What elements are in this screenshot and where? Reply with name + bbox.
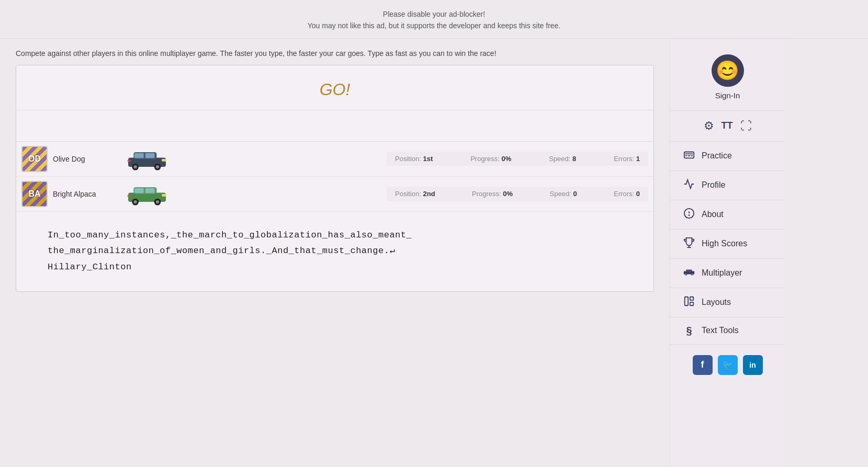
multiplayer-icon (683, 266, 695, 280)
svg-rect-39 (685, 297, 688, 306)
social-section: f 🐦 in (693, 345, 763, 385)
stat-errors-od: Errors: 1 (614, 155, 640, 163)
svg-rect-18 (162, 194, 167, 197)
right-sidebar: 😊 Sign-In ⚙ TT ⛶ (670, 39, 785, 467)
svg-rect-19 (127, 195, 130, 197)
profile-icon (683, 178, 695, 192)
ad-banner-line2: You may not like this ad, but it support… (10, 20, 858, 31)
sidebar-item-label-layouts: Layouts (702, 298, 731, 307)
table-row: OD Olive Dog (16, 142, 653, 177)
svg-point-15 (133, 200, 137, 203)
sidebar-item-profile[interactable]: Profile (670, 171, 785, 200)
settings-icon[interactable]: ⚙ (704, 119, 714, 133)
player-stats-ba: Position: 2nd Progress: 0% Speed: 0 Erro… (387, 187, 648, 201)
game-description: Compete against other players in this on… (16, 49, 654, 58)
svg-rect-34 (686, 269, 692, 271)
svg-rect-13 (145, 188, 155, 193)
car-icon-od (126, 147, 168, 170)
facebook-icon: f (701, 359, 704, 370)
twitter-button[interactable]: 🐦 (718, 355, 738, 375)
car-container-od (121, 147, 381, 170)
go-label: GO! (16, 65, 653, 110)
layouts-icon (683, 295, 695, 310)
stat-position-od: Position: 1st (395, 155, 433, 163)
ad-banner-line1: Please disable your ad-blocker! (10, 8, 858, 20)
text-tools-icon: § (683, 325, 695, 337)
center-content: Compete against other players in this on… (0, 39, 670, 467)
race-track (16, 110, 653, 142)
player-name-ba: Bright Alpaca (53, 190, 116, 198)
trophy-icon (683, 237, 695, 251)
svg-rect-41 (690, 302, 693, 305)
car-container-ba (121, 182, 381, 206)
stat-progress-od: Progress: 0% (470, 155, 511, 163)
avatar-ba: BA (21, 181, 48, 207)
nav-items: Practice Profile About (670, 142, 785, 345)
toolbar-section: ⚙ TT ⛶ (670, 111, 785, 142)
game-area: GO! OD Olive Dog (16, 65, 654, 292)
svg-rect-40 (690, 297, 693, 300)
sidebar-item-label-about: About (702, 210, 724, 219)
avatar-initials-ba: BA (28, 189, 40, 199)
sidebar-item-multiplayer[interactable]: Multiplayer (670, 259, 785, 288)
svg-point-38 (692, 274, 693, 275)
typing-area[interactable]: In_too_many_instances,_the_march_to_glob… (16, 212, 653, 291)
svg-point-36 (685, 274, 686, 275)
stat-position-ba: Position: 2nd (395, 190, 435, 198)
linkedin-button[interactable]: in (743, 355, 763, 375)
avatar-od: OD (21, 146, 48, 172)
svg-rect-9 (127, 160, 130, 162)
twitter-icon: 🐦 (723, 360, 733, 370)
keyboard-icon (683, 149, 695, 163)
sign-in-section[interactable]: 😊 Sign-In (670, 49, 785, 111)
table-row: BA Bright Alpaca (16, 177, 653, 212)
typing-line2: the_marginalization_of_women_and_girls._… (48, 243, 622, 259)
svg-rect-2 (134, 153, 144, 158)
sidebar-item-layouts[interactable]: Layouts (670, 288, 785, 317)
typing-line3: Hillary_Clinton (48, 259, 622, 276)
avatar-initials-od: OD (28, 154, 41, 164)
stat-errors-ba: Errors: 0 (614, 190, 640, 198)
expand-icon[interactable]: ⛶ (740, 119, 752, 133)
svg-rect-20 (684, 152, 694, 158)
svg-point-17 (156, 200, 159, 203)
svg-rect-8 (162, 159, 167, 162)
sidebar-item-text-tools[interactable]: § Text Tools (670, 317, 785, 345)
linkedin-icon: in (749, 361, 756, 369)
about-icon (683, 208, 695, 222)
sidebar-item-label-text-tools: Text Tools (702, 326, 739, 335)
sidebar-item-practice[interactable]: Practice (670, 142, 785, 171)
font-size-icon[interactable]: TT (722, 120, 733, 131)
stat-progress-ba: Progress: 0% (472, 190, 513, 198)
ad-banner: Please disable your ad-blocker! You may … (0, 0, 868, 39)
main-layout: Compete against other players in this on… (0, 39, 868, 467)
svg-rect-3 (145, 153, 155, 158)
facebook-button[interactable]: f (693, 355, 713, 375)
svg-point-7 (156, 165, 159, 168)
svg-point-5 (133, 165, 137, 168)
car-icon-ba (126, 182, 168, 206)
stat-speed-od: Speed: 8 (549, 155, 576, 163)
sidebar-item-label-practice: Practice (702, 151, 732, 161)
sidebar-item-label-multiplayer: Multiplayer (702, 268, 742, 278)
sign-in-label[interactable]: Sign-In (715, 91, 740, 100)
player-name-od: Olive Dog (53, 155, 116, 163)
svg-rect-12 (134, 188, 144, 193)
avatar-icon: 😊 (716, 60, 739, 82)
user-avatar: 😊 (712, 54, 744, 87)
sidebar-item-label-high-scores: High Scores (702, 239, 747, 248)
typing-line1: In_too_many_instances,_the_march_to_glob… (48, 227, 622, 244)
sidebar-item-high-scores[interactable]: High Scores (670, 230, 785, 259)
sidebar-item-label-profile: Profile (702, 180, 725, 190)
stat-speed-ba: Speed: 0 (550, 190, 577, 198)
player-stats-od: Position: 1st Progress: 0% Speed: 8 Erro… (387, 152, 648, 166)
sidebar-item-about[interactable]: About (670, 200, 785, 230)
